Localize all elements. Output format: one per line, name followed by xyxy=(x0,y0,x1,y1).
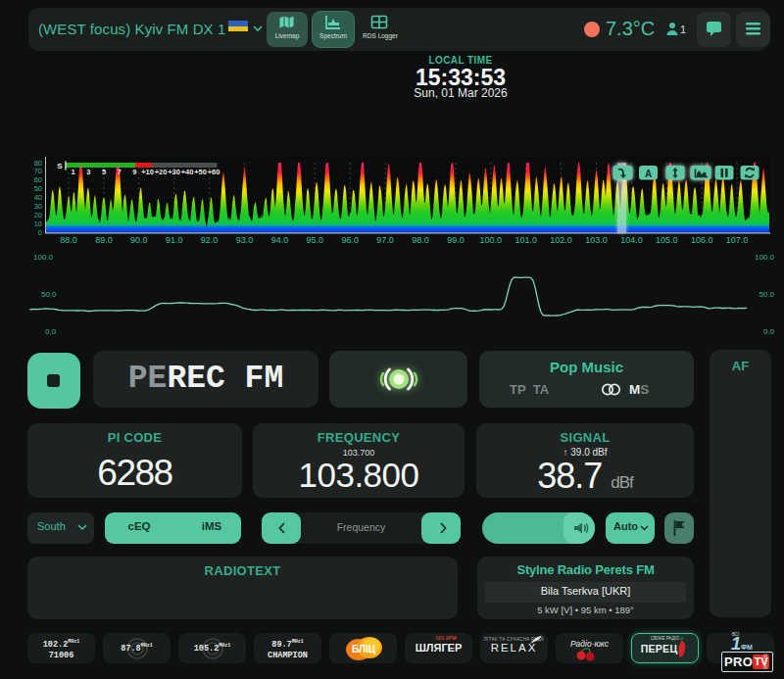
svg-text:5: 5 xyxy=(102,168,106,176)
svg-text:A: A xyxy=(645,169,652,179)
svg-text:96.0: 96.0 xyxy=(341,235,359,245)
svg-text:100.0: 100.0 xyxy=(33,253,54,262)
svg-text:103.0: 103.0 xyxy=(585,235,608,245)
svg-text:106.0: 106.0 xyxy=(691,235,713,245)
svg-text:60: 60 xyxy=(34,175,42,184)
svg-text:88.0: 88.0 xyxy=(60,235,77,245)
svg-text:92.0: 92.0 xyxy=(201,235,219,245)
svg-text:91.0: 91.0 xyxy=(166,235,183,245)
svg-text:+10: +10 xyxy=(141,168,154,176)
svg-text:107.0: 107.0 xyxy=(726,235,749,245)
svg-text:0.0: 0.0 xyxy=(763,327,775,336)
svg-text:+50: +50 xyxy=(194,168,207,176)
svg-text:1: 1 xyxy=(72,168,75,176)
svg-text:102.0: 102.0 xyxy=(550,235,572,245)
svg-text:101.0: 101.0 xyxy=(514,235,537,245)
svg-text:50: 50 xyxy=(34,184,42,193)
svg-text:0: 0 xyxy=(38,228,42,237)
svg-text:95.0: 95.0 xyxy=(307,235,324,245)
svg-text:97.0: 97.0 xyxy=(376,235,394,245)
svg-text:+30: +30 xyxy=(168,168,180,176)
svg-text:9: 9 xyxy=(132,168,136,176)
svg-text:94.0: 94.0 xyxy=(271,235,289,245)
svg-text:70: 70 xyxy=(34,167,42,175)
svg-text:105.0: 105.0 xyxy=(656,235,678,245)
svg-text:98.0: 98.0 xyxy=(412,235,429,245)
svg-text:104.0: 104.0 xyxy=(620,235,643,245)
svg-text:+20: +20 xyxy=(155,168,168,176)
svg-text:30: 30 xyxy=(34,202,42,211)
svg-text:0.0: 0.0 xyxy=(45,327,57,336)
svg-text:S: S xyxy=(57,162,63,170)
svg-text:100.0: 100.0 xyxy=(480,235,503,245)
svg-text:89.0: 89.0 xyxy=(95,235,113,245)
svg-text:100.0: 100.0 xyxy=(755,253,775,262)
svg-text:90.0: 90.0 xyxy=(130,235,148,245)
svg-text:20: 20 xyxy=(34,211,42,219)
svg-text:+40: +40 xyxy=(181,168,194,176)
svg-text:99.0: 99.0 xyxy=(447,235,465,245)
svg-text:3: 3 xyxy=(86,168,90,176)
svg-text:БЛІЦ: БЛІЦ xyxy=(352,644,376,655)
svg-text:+60: +60 xyxy=(208,168,220,176)
svg-text:93.0: 93.0 xyxy=(236,235,254,245)
svg-text:10: 10 xyxy=(34,219,42,228)
svg-text:50.0: 50.0 xyxy=(759,290,774,299)
svg-text:40: 40 xyxy=(34,193,42,202)
svg-text:7: 7 xyxy=(118,168,122,176)
svg-text:80: 80 xyxy=(34,159,42,168)
svg-text:50.0: 50.0 xyxy=(41,290,57,299)
